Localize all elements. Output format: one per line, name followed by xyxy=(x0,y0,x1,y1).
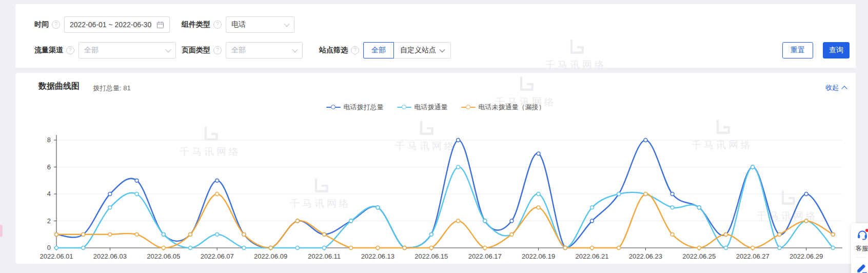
svg-text:2022.06.25: 2022.06.25 xyxy=(682,252,716,260)
collapse-button[interactable]: 收起 xyxy=(825,83,846,92)
data-point-marker xyxy=(349,246,353,250)
traffic-channel-select[interactable]: 全部 xyxy=(78,42,176,59)
svg-text:2022.06.13: 2022.06.13 xyxy=(361,252,394,260)
site-custom-button[interactable]: 自定义站点 xyxy=(394,42,451,59)
data-point-marker xyxy=(831,232,835,236)
chart-legend: 电话拨打总量电话拨通量电话未拨通量（漏接） xyxy=(15,103,856,112)
svg-text:2022.06.05: 2022.06.05 xyxy=(147,252,180,260)
data-point-marker xyxy=(804,219,808,223)
legend-item[interactable]: 电话拨打总量 xyxy=(326,103,384,112)
svg-text:2022.06.23: 2022.06.23 xyxy=(629,252,662,260)
page-type-select[interactable]: 全部 xyxy=(226,42,303,59)
date-range-input[interactable]: 2022-06-01 ~ 2022-06-30 xyxy=(64,16,170,33)
legend-item[interactable]: 电话未拨通量（漏接） xyxy=(461,103,545,112)
svg-text:2022.06.11: 2022.06.11 xyxy=(308,252,341,260)
line-chart[interactable]: 024682022.06.012022.06.032022.06.052022.… xyxy=(15,116,856,264)
data-point-marker xyxy=(483,246,487,250)
data-point-marker xyxy=(457,165,460,169)
notification-dot xyxy=(865,229,868,232)
headset-icon[interactable] xyxy=(856,228,868,241)
data-point-marker xyxy=(590,219,594,223)
data-point-marker xyxy=(483,219,487,223)
svg-text:2022.06.09: 2022.06.09 xyxy=(254,252,287,260)
date-range-value: 2022-06-01 ~ 2022-06-30 xyxy=(70,21,151,29)
customer-service-widget[interactable]: 客服 xyxy=(851,223,868,273)
help-icon[interactable] xyxy=(52,21,60,29)
data-point-marker xyxy=(510,219,514,223)
data-point-marker xyxy=(108,206,112,209)
data-point-marker xyxy=(108,192,112,196)
traffic-channel-value: 全部 xyxy=(84,46,98,55)
total-calls-label: 拨打总量: xyxy=(93,84,122,92)
chevron-down-icon xyxy=(165,47,171,52)
svg-text:2022.06.01: 2022.06.01 xyxy=(40,252,73,260)
chevron-up-icon xyxy=(841,86,847,91)
edit-pencil-icon[interactable] xyxy=(856,262,868,273)
legend-marker-icon xyxy=(397,104,411,110)
data-point-marker xyxy=(189,246,192,250)
data-point-marker xyxy=(376,246,380,250)
data-point-marker xyxy=(108,232,112,236)
data-point-marker xyxy=(670,192,674,196)
service-label: 客服 xyxy=(856,244,868,253)
chart-card: 数据曲线图 拨打总量: 81 收起 电话拨打总量电话拨通量电话未拨通量（漏接） … xyxy=(15,73,856,264)
filter-row-2: 流量渠道 全部 页面类型 全部 站点筛选 全部 自定义站点 xyxy=(34,42,451,59)
data-point-marker xyxy=(189,232,192,236)
legend-label: 电话拨通量 xyxy=(415,103,448,112)
help-icon[interactable] xyxy=(213,46,222,54)
help-icon[interactable] xyxy=(66,46,74,54)
data-point-marker xyxy=(295,219,299,223)
data-point-marker xyxy=(590,246,594,250)
svg-text:2022.06.27: 2022.06.27 xyxy=(736,252,770,260)
component-type-select[interactable]: 电话 xyxy=(226,16,294,33)
svg-text:2: 2 xyxy=(47,217,51,225)
help-icon[interactable] xyxy=(351,46,359,54)
data-point-marker xyxy=(55,246,58,250)
data-point-marker xyxy=(323,232,326,236)
data-point-marker xyxy=(242,246,246,250)
legend-marker-icon xyxy=(326,104,341,110)
help-icon[interactable] xyxy=(213,21,222,29)
chart-title: 数据曲线图 xyxy=(38,81,80,92)
component-type-label: 组件类型 xyxy=(182,20,210,29)
data-point-marker xyxy=(617,246,621,250)
query-button[interactable]: 查询 xyxy=(823,42,850,59)
reset-button[interactable]: 重置 xyxy=(782,42,813,59)
data-point-marker xyxy=(135,179,139,182)
svg-text:4: 4 xyxy=(47,190,51,198)
data-point-marker xyxy=(831,246,835,250)
data-point-marker xyxy=(778,246,781,250)
data-point-marker xyxy=(697,206,701,209)
data-point-marker xyxy=(751,246,755,250)
data-point-marker xyxy=(349,219,353,223)
svg-text:2022.06.15: 2022.06.15 xyxy=(415,252,448,260)
data-point-marker xyxy=(376,206,380,209)
data-point-marker xyxy=(215,179,219,182)
data-point-marker xyxy=(82,232,85,236)
data-point-marker xyxy=(590,206,594,209)
data-point-marker xyxy=(537,192,540,196)
svg-text:0: 0 xyxy=(47,244,51,251)
filter-card: 时间 2022-06-01 ~ 2022-06-30 组件类型 电话 xyxy=(15,4,856,68)
data-point-marker xyxy=(429,246,433,250)
component-type-value: 电话 xyxy=(231,20,246,29)
page-type-label: 页面类型 xyxy=(182,46,210,55)
svg-text:2022.06.17: 2022.06.17 xyxy=(468,252,502,260)
chevron-down-icon xyxy=(292,47,298,52)
page: 时间 2022-06-01 ~ 2022-06-30 组件类型 电话 xyxy=(0,0,868,273)
data-point-marker xyxy=(563,246,567,250)
data-point-marker xyxy=(724,246,728,250)
data-point-marker xyxy=(82,246,85,250)
data-point-marker xyxy=(242,232,246,236)
data-point-marker xyxy=(804,192,808,196)
legend-label: 电话拨打总量 xyxy=(344,103,384,112)
svg-text:6: 6 xyxy=(47,163,51,171)
data-point-marker xyxy=(323,246,326,250)
data-point-marker xyxy=(751,165,755,169)
data-point-marker xyxy=(670,232,674,236)
site-all-button[interactable]: 全部 xyxy=(363,42,394,59)
total-calls: 拨打总量: 81 xyxy=(93,84,131,93)
legend-item[interactable]: 电话拨通量 xyxy=(397,103,448,112)
data-point-marker xyxy=(295,246,299,250)
site-filter-label: 站点筛选 xyxy=(319,46,348,55)
